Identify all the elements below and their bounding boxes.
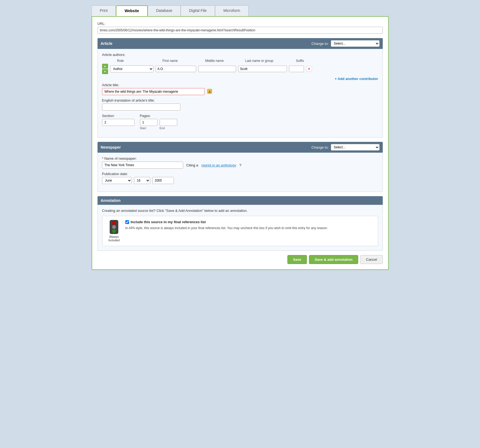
translation-group: English translation of article's title: [102, 98, 378, 111]
day-select[interactable]: 12345 678910 1112131415 1617181920 21222… [134, 177, 150, 184]
newspaper-header: Newspaper Change to: Select... [98, 142, 383, 153]
checkbox-line: Include this source in my final referenc… [125, 220, 374, 224]
article-header-title: Article [101, 41, 113, 46]
article-change-to-label: Change to: [311, 42, 329, 46]
newspaper-change-to-label: Change to: [311, 145, 329, 149]
annotation-header-title: Annotation [101, 198, 121, 203]
article-change-to-select[interactable]: Select... [331, 40, 380, 47]
article-title-group: Article title: ⚠ [102, 83, 378, 95]
section-input[interactable] [102, 119, 135, 126]
sort-down-button[interactable]: ▼ [102, 69, 108, 74]
sort-up-button[interactable]: ▲ [102, 64, 108, 69]
traffic-light-icon: AlwaysIncluded [107, 220, 122, 242]
tab-website[interactable]: Website [116, 5, 147, 16]
checkbox-area: Include this source in my final referenc… [125, 220, 374, 230]
col-first-header: First name [163, 59, 203, 63]
url-input[interactable] [98, 27, 383, 34]
newspaper-name-label: Name of newspaper: [102, 156, 378, 161]
traffic-light [110, 220, 118, 234]
pages-row: Start End [140, 119, 177, 130]
author-row: ▲ ▼ Author ✕ [102, 64, 378, 74]
pub-date-group: Publication date: January February March… [102, 172, 378, 184]
pub-date-label: Publication date: [102, 172, 378, 176]
cancel-button[interactable]: Cancel [360, 255, 382, 264]
newspaper-change-to-select[interactable]: Select... [331, 144, 380, 151]
newspaper-name-group: Name of newspaper: Citing a reprint in a… [102, 156, 378, 169]
article-change-to: Change to: Select... [311, 40, 380, 47]
always-included-box: AlwaysIncluded Include this source in my… [102, 216, 378, 246]
tab-microform[interactable]: Microform [215, 5, 249, 16]
pages-start-group: Start [140, 119, 157, 130]
pages-label: Pages: [140, 114, 177, 118]
col-suffix-header: Suffix [296, 59, 312, 63]
section-label: Section: [102, 114, 135, 118]
page-container: Print Website Database Digital File Micr… [92, 5, 389, 270]
sort-buttons: ▲ ▼ [102, 64, 108, 74]
delete-author-button[interactable]: ✕ [306, 66, 312, 72]
save-button[interactable]: Save [287, 255, 307, 264]
yellow-light [112, 225, 116, 229]
newspaper-section: Newspaper Change to: Select... Name of n… [98, 142, 383, 192]
middle-name-input[interactable] [198, 66, 236, 72]
section-pages-row: Section: Pages: Start End [102, 114, 378, 133]
newspaper-header-title: Newspaper [101, 145, 121, 149]
year-input[interactable] [152, 177, 174, 184]
col-middle-header: Middle name [205, 59, 243, 63]
tab-bar: Print Website Database Digital File Micr… [92, 5, 389, 16]
pub-date-row: January February March April May June Ju… [102, 177, 378, 184]
article-title-input[interactable] [102, 88, 205, 95]
action-buttons: Save Save & add annotation Cancel [98, 255, 383, 264]
url-label: URL: [98, 22, 383, 26]
tab-print[interactable]: Print [92, 5, 116, 16]
pages-group: Pages: Start End [140, 114, 177, 130]
pages-end-group: End [160, 119, 177, 130]
col-role-header: Role [117, 59, 160, 63]
tab-database[interactable]: Database [148, 5, 181, 16]
warning-icon: ⚠ [207, 89, 212, 94]
suffix-input[interactable] [289, 66, 304, 72]
checkbox-label: Include this source in my final referenc… [131, 220, 206, 224]
newspaper-row: Citing a reprint in an anthology ? [102, 162, 378, 169]
annotation-body: Creating an annotated source list? Click… [98, 205, 383, 251]
end-label: End [160, 126, 177, 130]
author-row-header: Role First name Middle name Last name or… [102, 59, 378, 63]
newspaper-body: Name of newspaper: Citing a reprint in a… [98, 153, 383, 192]
translation-input[interactable] [102, 103, 180, 111]
pages-end-input[interactable] [160, 119, 177, 126]
red-light [112, 221, 116, 225]
save-and-add-annotation-button[interactable]: Save & add annotation [309, 255, 358, 264]
last-name-input[interactable] [238, 66, 287, 72]
first-name-input[interactable] [156, 66, 196, 72]
pages-start-input[interactable] [140, 119, 157, 126]
article-header: Article Change to: Select... [98, 38, 383, 49]
url-section: URL: [98, 22, 383, 34]
month-select[interactable]: January February March April May June Ju… [102, 177, 132, 184]
article-section: Article Change to: Select... Article aut… [98, 38, 383, 138]
annotation-description: Creating an annotated source list? Click… [102, 209, 378, 213]
include-checkbox[interactable] [125, 220, 129, 224]
authors-label: Article authors: [102, 53, 378, 57]
citing-text: Citing a [186, 163, 198, 167]
role-select[interactable]: Author [110, 65, 153, 72]
article-title-label: Article title: [102, 83, 378, 87]
always-included-label: AlwaysIncluded [108, 235, 120, 242]
article-body: Article authors: Role First name Middle … [98, 49, 383, 138]
tab-digital-file[interactable]: Digital File [181, 5, 215, 16]
citing-end: ? [239, 163, 241, 167]
green-light [112, 229, 116, 233]
translation-label: English translation of article's title: [102, 98, 378, 102]
reprint-link[interactable]: reprint in an anthology [202, 163, 236, 167]
checkbox-description: In APA style, this source is always incl… [125, 226, 374, 230]
form-container: URL: Article Change to: Select... Articl… [92, 16, 389, 270]
annotation-header: Annotation [98, 196, 383, 205]
start-label: Start [140, 126, 157, 130]
col-last-header: Last name or group [245, 59, 294, 63]
annotation-section: Annotation Creating an annotated source … [98, 196, 383, 251]
newspaper-name-input[interactable] [102, 162, 183, 169]
newspaper-change-to: Change to: Select... [311, 144, 380, 151]
add-contributor-button[interactable]: + Add another contributor [102, 76, 378, 83]
section-group: Section: [102, 114, 135, 126]
